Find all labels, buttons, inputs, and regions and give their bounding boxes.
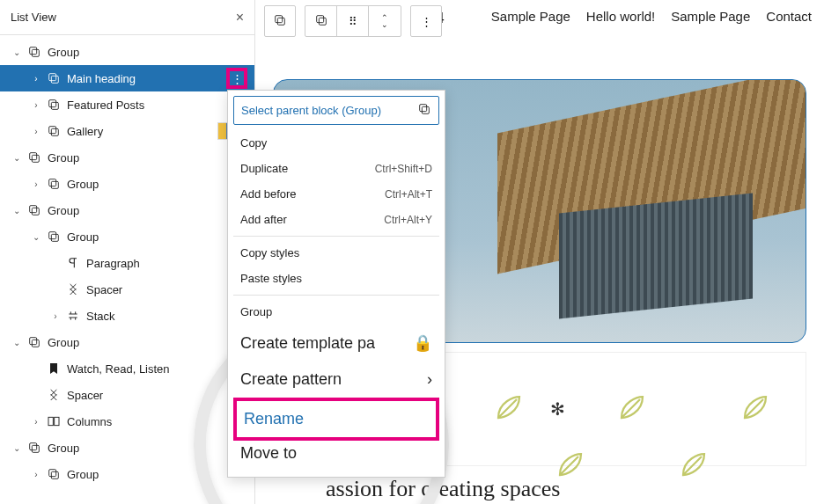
chevron-right-icon[interactable]: › bbox=[28, 179, 44, 189]
leaf-icon bbox=[739, 391, 771, 423]
list-view-panel: List View × ⌄Group›Main heading⋮›Feature… bbox=[0, 0, 255, 504]
svg-rect-29 bbox=[422, 106, 429, 113]
svg-rect-6 bbox=[49, 74, 56, 81]
svg-rect-11 bbox=[51, 128, 58, 135]
svg-rect-21 bbox=[32, 340, 39, 347]
chevron-down-icon[interactable]: ⌄ bbox=[9, 443, 25, 453]
group-icon bbox=[44, 177, 63, 191]
group-icon bbox=[44, 467, 63, 481]
chevron-down-icon[interactable]: ⌄ bbox=[28, 232, 44, 242]
select-parent-label: Select parent block (Group) bbox=[241, 104, 381, 117]
chevron-right-icon[interactable]: › bbox=[28, 127, 44, 136]
list-item-group[interactable]: ⌄Group bbox=[0, 39, 254, 65]
ctx-rename[interactable]: Rename bbox=[233, 398, 439, 441]
list-item-label: Main heading bbox=[63, 72, 226, 85]
svg-rect-10 bbox=[49, 127, 56, 134]
svg-rect-12 bbox=[30, 153, 37, 160]
ctx-add-after[interactable]: Add afterCtrl+Alt+Y bbox=[233, 207, 439, 232]
block-context-menu: Select parent block (Group) Copy Duplica… bbox=[227, 90, 445, 478]
nav-link[interactable]: Sample Page bbox=[671, 9, 750, 24]
svg-rect-27 bbox=[51, 471, 58, 478]
close-icon[interactable]: × bbox=[236, 10, 244, 26]
ctx-group[interactable]: Group bbox=[233, 299, 439, 325]
list-item-watch-read-listen[interactable]: Watch, Read, Listen bbox=[0, 355, 254, 382]
hero-tagline: assion for creating spaces bbox=[326, 476, 560, 502]
chevron-right-icon[interactable]: › bbox=[28, 100, 44, 110]
group-icon bbox=[314, 13, 328, 30]
chevron-right-icon[interactable]: › bbox=[28, 74, 44, 84]
toolbar-group-button[interactable] bbox=[305, 6, 337, 36]
group-icon bbox=[25, 441, 44, 455]
list-item-label: Group bbox=[63, 230, 247, 244]
list-item-columns[interactable]: ›Columns bbox=[0, 408, 254, 435]
ctx-create-template-part[interactable]: Create template pa🔒 bbox=[233, 325, 439, 362]
group-icon bbox=[25, 203, 44, 217]
list-item-stack[interactable]: ›Stack bbox=[0, 303, 254, 329]
chevron-down-icon: ⌄ bbox=[381, 21, 388, 28]
chevron-right-icon[interactable]: › bbox=[28, 470, 44, 479]
site-nav: Sample Page Hello world! Sample Page Con… bbox=[491, 9, 812, 24]
ctx-copy[interactable]: Copy bbox=[233, 130, 439, 156]
group-block-button[interactable] bbox=[264, 5, 296, 37]
toolbar-move-buttons[interactable]: ⌃ ⌄ bbox=[369, 6, 401, 36]
list-item-spacer[interactable]: Spacer bbox=[0, 382, 254, 408]
list-item-label: Group bbox=[44, 46, 247, 59]
block-toolbar: ⠿ ⌃ ⌄ ⋮ bbox=[264, 5, 442, 37]
list-item-group[interactable]: ⌄Group bbox=[0, 197, 254, 223]
ctx-copy-styles[interactable]: Copy styles bbox=[233, 240, 439, 266]
chevron-down-icon[interactable]: ⌄ bbox=[9, 153, 25, 163]
ctx-add-before[interactable]: Add beforeCtrl+Alt+T bbox=[233, 181, 439, 207]
chevron-down-icon[interactable]: ⌄ bbox=[9, 47, 25, 57]
ctx-duplicate[interactable]: DuplicateCtrl+Shift+D bbox=[233, 156, 439, 181]
ctx-move-to[interactable]: Move to bbox=[233, 441, 439, 471]
list-item-main-heading[interactable]: ›Main heading⋮ bbox=[0, 65, 254, 91]
list-item-label: Group bbox=[44, 204, 247, 217]
toolbar-more-button[interactable]: ⋮ bbox=[410, 5, 442, 37]
list-item-label: Featured Posts bbox=[63, 99, 247, 112]
svg-rect-3 bbox=[319, 18, 326, 25]
star-icon: ✻ bbox=[550, 398, 565, 420]
group-icon bbox=[25, 150, 44, 164]
leaf-icon bbox=[555, 449, 586, 480]
nav-link[interactable]: Contact bbox=[766, 9, 812, 24]
nav-link[interactable]: Sample Page bbox=[491, 9, 570, 24]
list-item-featured-posts[interactable]: ›Featured Posts bbox=[0, 91, 254, 118]
list-item-spacer[interactable]: Spacer bbox=[0, 276, 254, 303]
svg-rect-20 bbox=[30, 338, 37, 345]
list-item-group[interactable]: ›Group bbox=[0, 461, 254, 487]
svg-rect-5 bbox=[32, 49, 39, 56]
svg-rect-28 bbox=[420, 105, 427, 112]
list-item-label: Group bbox=[44, 442, 247, 455]
list-item-group[interactable]: ⌄Group bbox=[0, 329, 254, 355]
svg-rect-0 bbox=[276, 15, 283, 22]
group-icon bbox=[273, 13, 287, 30]
group-icon bbox=[44, 98, 63, 112]
row-options-button[interactable]: ⋮ bbox=[226, 68, 247, 89]
list-item-gallery[interactable]: ›Gallery bbox=[0, 118, 254, 144]
list-item-group[interactable]: ›Group bbox=[0, 171, 254, 197]
group-icon bbox=[44, 71, 63, 85]
svg-rect-13 bbox=[32, 155, 39, 162]
list-item-paragraph[interactable]: Paragraph bbox=[0, 250, 254, 276]
svg-rect-18 bbox=[49, 232, 56, 239]
chevron-down-icon[interactable]: ⌄ bbox=[9, 206, 25, 215]
spacer-icon bbox=[44, 388, 63, 402]
stack-icon bbox=[63, 309, 83, 323]
list-item-group[interactable]: ⌄Group bbox=[0, 435, 254, 461]
nav-link[interactable]: Hello world! bbox=[586, 9, 655, 24]
svg-rect-17 bbox=[32, 208, 39, 215]
chevron-right-icon[interactable]: › bbox=[28, 417, 44, 427]
select-parent-button[interactable]: Select parent block (Group) bbox=[233, 96, 439, 125]
ctx-create-pattern[interactable]: Create pattern› bbox=[233, 362, 439, 398]
list-view-title: List View bbox=[11, 11, 56, 24]
svg-rect-22 bbox=[48, 417, 53, 425]
svg-rect-7 bbox=[51, 76, 58, 83]
list-item-group[interactable]: ⌄Group bbox=[0, 223, 254, 250]
leaf-icon bbox=[493, 391, 525, 423]
chevron-down-icon[interactable]: ⌄ bbox=[9, 338, 25, 347]
ctx-paste-styles[interactable]: Paste styles bbox=[233, 266, 439, 291]
toolbar-drag-handle[interactable]: ⠿ bbox=[337, 6, 369, 36]
list-item-group[interactable]: ⌄Group bbox=[0, 144, 254, 171]
svg-rect-23 bbox=[55, 417, 59, 425]
chevron-right-icon[interactable]: › bbox=[48, 311, 63, 321]
